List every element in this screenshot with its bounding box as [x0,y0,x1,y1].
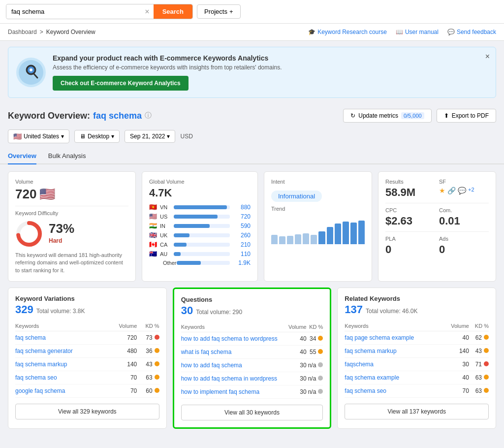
q-col-kd: KD % [307,322,323,332]
kd-donut-chart [15,220,43,248]
q-vol-1: 40 [286,332,306,346]
com-metric: Com. 0.01 [439,207,489,227]
pla-label: PLA [385,236,435,242]
q-keyword-link-5[interactable]: how to implement faq schema [181,388,259,395]
us-flag: 🇺🇸 [39,187,55,202]
q-keyword-link-3[interactable]: how to add faq schema [181,362,242,369]
breadcrumb-home[interactable]: Dashboard [8,29,37,35]
projects-plus-icon: + [229,8,233,15]
keyword-title: faq schema [93,111,142,121]
bottom-cards-row: Keyword Variations 329 Total volume: 3.8… [8,288,496,429]
kd-dot-rk-4 [484,375,489,380]
kd-dot-rk-5 [484,388,489,393]
results-metrics-card: Results 58.9M SF ★ 🔗 💬 +2 CPC $ [378,171,496,282]
table-row: how to add faq schema in wordpress 30 n/… [181,372,323,385]
upload-icon: ⬆ [444,112,449,119]
results-metric: Results 58.9M [385,179,435,199]
kd-dot-q-5 [318,389,323,394]
rk-vol-2: 140 [443,345,469,358]
q-col-keywords: Keywords [181,322,287,332]
rk-keyword-link-4[interactable]: faq schema example [345,374,399,381]
q-keyword-link-4[interactable]: how to add faq schema in wordpress [181,375,277,382]
pla-value: 0 [385,243,435,256]
star-icon: ★ [439,187,445,194]
results-label: Results [385,179,435,185]
sf-metric: SF ★ 🔗 💬 +2 [439,179,489,199]
refresh-icon: ↻ [350,112,355,119]
pla-ads-row: PLA 0 Ads 0 [385,236,489,256]
sf-label: SF [439,179,489,185]
q-keyword-link-1[interactable]: how to add faq schema to wordpress [181,335,278,342]
view-all-related-button[interactable]: View all 137 keywords [345,404,489,419]
table-row: faq schema seo 70 63 [345,384,489,398]
rk-kd-4: 63 [469,371,489,384]
kv-keyword-link-5[interactable]: google faq schema [15,387,65,394]
chevron-down-icon-2: ▾ [111,133,114,140]
volume-kd-card: Volume 720 🇺🇸 Keyword Difficulty 73% Har… [8,171,136,282]
banner-content: Expand your product reach with E-commerc… [53,54,282,91]
table-row: how to add faq schema to wordpress 40 34 [181,332,323,346]
kv-vol-4: 70 [108,371,137,384]
rk-keyword-link-5[interactable]: faq schema seo [345,387,386,394]
keyword-variations-total-vol: Total volume: 3.8K [36,308,85,315]
info-icon[interactable]: ⓘ [145,111,152,120]
banner-cta-button[interactable]: Check out E-commerce Keyword Analytics [53,76,189,91]
country-filter-button[interactable]: 🇺🇸 United States ▾ [8,129,69,143]
table-row: faq schema example 40 63 [345,371,489,384]
kv-keyword-link-2[interactable]: faq schema generator [15,348,73,354]
view-all-questions-button[interactable]: View all 30 keywords [181,405,323,420]
keyword-research-course-link[interactable]: 🎓 Keyword Research course [308,29,387,35]
ads-metric: Ads 0 [439,236,489,256]
update-metrics-button[interactable]: ↻ Update metrics 0/5,000 [343,109,431,123]
send-feedback-link[interactable]: 💬 Send feedback [447,29,496,35]
chevron-down-icon-3: ▾ [167,133,170,140]
chevron-down-icon: ▾ [61,133,64,140]
trend-bar-5 [303,233,309,244]
related-keywords-title: Related Keywords [345,295,489,302]
nav-bar: Dashboard > Keyword Overview 🎓 Keyword R… [0,24,504,41]
svg-point-3 [30,68,32,71]
keyword-variations-title: Keyword Variations [15,295,159,302]
q-kd-2: 55 [307,346,323,359]
trend-bar-8 [327,227,333,244]
q-keyword-link-2[interactable]: what is faq schema [181,349,232,355]
rk-vol-3: 30 [443,358,469,371]
country-row-vn: 🇻🇳 VN 880 [149,203,251,211]
search-button[interactable]: Search [154,4,192,19]
kd-dot-rk-1 [484,335,489,340]
currency-label: USD [180,133,192,140]
banner-close-button[interactable]: × [485,52,490,61]
cpc-com-row: CPC $2.63 Com. 0.01 [385,207,489,227]
search-clear-button[interactable]: × [141,5,153,18]
tab-overview[interactable]: Overview [8,148,36,164]
q-kd-3: n/a [307,359,323,372]
kv-keyword-link-3[interactable]: faq schema markup [15,361,67,368]
search-input[interactable] [6,5,141,18]
rk-keyword-link-3[interactable]: faqschema [345,361,374,368]
table-row: what is faq schema 40 55 [181,346,323,359]
view-all-variations-button[interactable]: View all 329 keywords [15,404,159,419]
table-row: faq schema generator 480 36 [15,345,159,358]
tab-bulk-analysis[interactable]: Bulk Analysis [48,148,86,164]
date-filter-button[interactable]: Sep 21, 2022 ▾ [125,130,175,143]
questions-title: Questions [181,296,323,303]
rk-keyword-link-2[interactable]: faq schema markup [345,348,396,354]
kv-keyword-link-4[interactable]: faq schema seo [15,374,57,381]
device-filter-button[interactable]: 🖥 Desktop ▾ [74,130,120,143]
projects-button[interactable]: Projects + [197,4,241,19]
kd-dot-q-2 [318,349,323,354]
export-pdf-button[interactable]: ⬆ Export to PDF [437,109,496,123]
table-row: how to add faq schema 30 n/a [181,359,323,372]
kd-dot-q-1 [318,336,323,341]
kv-keyword-link-1[interactable]: faq schema [15,334,46,341]
kv-kd-4: 63 [137,371,159,384]
kv-vol-3: 140 [108,358,137,371]
trend-bar-12 [358,221,365,244]
cpc-label: CPC [385,207,435,213]
user-manual-link[interactable]: 📖 User manual [396,29,439,35]
q-vol-4: 30 [286,372,306,385]
kv-kd-5: 60 [137,384,159,398]
rk-col-kd: KD % [469,321,489,331]
rk-keyword-link-1[interactable]: faq page schema example [345,334,414,341]
trend-bar-7 [318,231,325,244]
